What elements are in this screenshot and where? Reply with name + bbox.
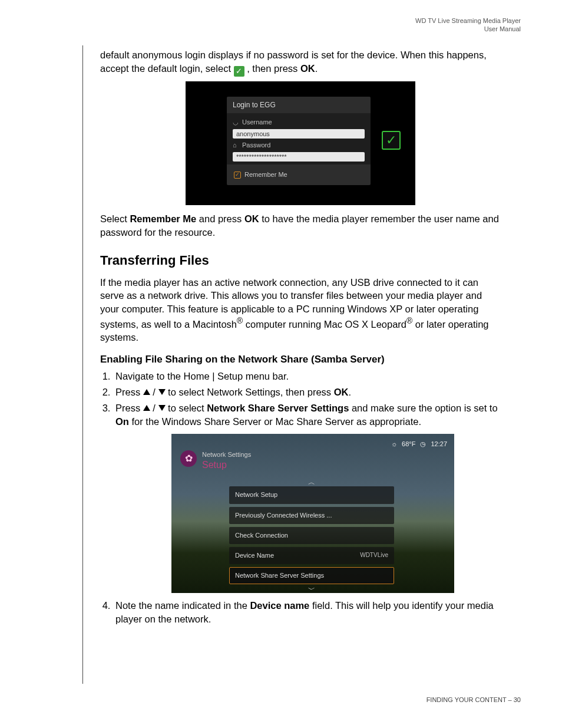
intro-para: default anonymous login displays if no p… [100,48,501,77]
step-3: Press / to select Network Share Server S… [113,401,501,594]
remember-para: Select Remember Me and press OK to have … [100,212,501,239]
check-icon: ✓ [234,66,244,77]
remember-label: Remember Me [244,170,287,179]
doc-header-l2: User Manual [415,25,521,33]
password-label-row: ⌂ Password [233,139,365,152]
gear-icon: ✿ [180,450,197,467]
menu-device-name[interactable]: Device Name WDTVLive [229,547,394,564]
margin-rule [82,45,83,684]
samba-heading: Enabling File Sharing on the Network Sha… [100,353,501,366]
doc-header: WD TV Live Streaming Media Player User M… [415,17,521,34]
lock-icon: ⌂ [233,141,239,150]
settings-menu: ︿ Network Setup Previously Connected Wir… [229,480,394,593]
login-title: Login to EGG [227,97,371,114]
arrow-up-icon [143,389,150,395]
device-name-value: WDTVLive [360,551,388,560]
transferring-heading: Transferring Files [100,252,501,269]
step-1: Navigate to the Home | Setup menu bar. [113,370,501,383]
temp-label: 68°F [402,440,415,449]
doc-header-l1: WD TV Live Streaming Media Player [415,17,521,25]
step-4: Note the name indicated in the Device na… [113,599,501,626]
arrow-up-icon [143,405,150,411]
login-panel: Login to EGG ◡ Username ⌂ Password ✓ Rem… [227,97,371,185]
menu-prev-wireless[interactable]: Previously Connected Wireless ... [229,507,394,524]
login-fields: ◡ Username ⌂ Password [227,113,371,164]
chevron-down-icon[interactable]: ﹀ [229,587,394,593]
confirm-button[interactable]: ✓ [382,131,401,150]
setup-title: Setup [202,459,227,472]
transfer-para: If the media player has an active networ… [100,276,501,344]
clock-icon: ◷ [420,440,426,449]
menu-network-share-settings[interactable]: Network Share Server Settings [229,567,394,584]
menu-network-setup[interactable]: Network Setup [229,486,394,503]
setup-screenshot: ☼ 68°F ◷ 12:27 ✿ Network Settings Setup … [171,434,454,593]
user-icon: ◡ [233,118,239,127]
status-bar: ☼ 68°F ◷ 12:27 [391,440,447,449]
remember-row[interactable]: ✓ Remember Me [227,164,371,179]
chevron-up-icon[interactable]: ︿ [229,480,394,486]
ok-label: OK [300,63,315,74]
steps-list: Navigate to the Home | Setup menu bar. P… [113,370,501,626]
username-label-row: ◡ Username [233,116,365,129]
weather-icon: ☼ [391,440,397,449]
arrow-down-icon [158,389,166,395]
remember-checkbox[interactable]: ✓ [234,172,241,179]
login-screenshot: Login to EGG ◡ Username ⌂ Password ✓ Rem… [186,81,415,205]
time-label: 12:27 [431,440,447,449]
page-footer: FINDING YOUR CONTENT – 30 [427,696,521,704]
breadcrumb: Network Settings [202,450,251,459]
username-input[interactable] [233,129,365,139]
menu-check-connection[interactable]: Check Connection [229,527,394,544]
password-input[interactable] [233,152,365,162]
arrow-down-icon [158,405,166,411]
page-content: default anonymous login displays if no p… [100,48,501,628]
step-2: Press / to select Network Settings, then… [113,386,501,399]
